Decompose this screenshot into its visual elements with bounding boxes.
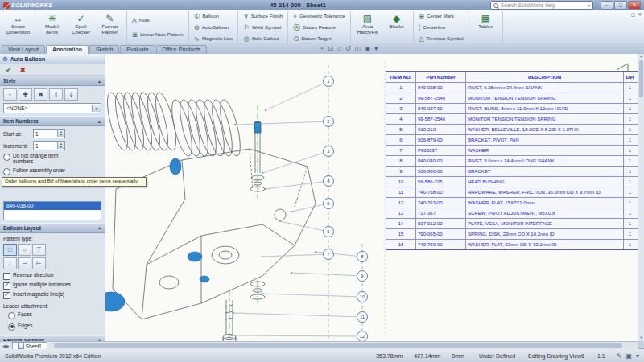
ribbon-button[interactable]: ↔Smart Dimension [4,11,32,44]
list-item[interactable]: 840-038-00 [4,202,101,210]
ribbon-button[interactable]: ¦Centerline [416,23,466,33]
ribbon-button[interactable]: ⊕Center Mark [416,11,466,22]
sheet-tab[interactable]: Sheet1 [12,342,47,349]
view-tool-icon[interactable]: ↺ [345,45,351,52]
bom-row[interactable]: 11 740-768-00 HARDWARE, WASHER, FRICTION… [386,187,638,197]
scroll-up-icon[interactable]: ▲ [638,54,644,60]
ribbon-button[interactable]: ≣Linear Note Pattern [130,30,186,40]
ribbon-button[interactable]: ▨Area Hatch/Fill [353,11,382,44]
pattern-type-button[interactable]: ⊢ [32,257,46,269]
sheet-nav-arrow[interactable]: ◀ [2,343,6,348]
ribbon-button[interactable]: ANote [130,15,186,26]
view-tool-icon[interactable]: ▾ [374,45,378,52]
ribbon-tab[interactable]: Office Products [156,45,208,54]
section-title: Balloon Layout [3,225,41,231]
layout-checkbox[interactable]: Reverse direction [3,272,101,280]
tension-spring-left[interactable] [105,91,180,152]
bom-row[interactable]: 5 910-210 WASHER, BELLEVILLE, 18.0OD X 8… [386,124,638,134]
bom-row[interactable]: 9 506-886-00 BRACKET 1 [386,166,638,176]
bom-row[interactable]: 6 506-879-00 BRACKET, PIVOT, PAN 1 [386,134,638,145]
tension-spring-right[interactable] [168,98,245,158]
ribbon-button[interactable]: ✓Spell Checker [67,11,95,44]
ribbon-button[interactable]: ▦Tables [472,11,500,44]
ribbon-tab[interactable]: View Layout [2,45,45,54]
vertical-scroll-thumb[interactable] [639,60,643,97]
bom-row[interactable]: 10 56-586-225 HEAD BUSHING 1 [386,176,638,187]
bom-row[interactable]: 8 840-040-00 RIVET, 9.6mm x 14.4mm LONG … [386,155,638,166]
search-box[interactable]: Search SolidWorks Help ▾ [490,1,593,10]
style-button[interactable]: ⇑ [49,88,63,101]
status-icon[interactable]: ✎ [617,352,622,360]
document-window-button[interactable]: ✕ [638,11,642,17]
status-icon[interactable]: ▾ [636,352,639,360]
bom-table[interactable]: ITEM NO. Part Number DESCRIPTION Def 1 8… [386,71,638,250]
bom-row[interactable]: 4 99-587-2546 MONITOR TENSION TENSION SP… [386,113,638,124]
window-button[interactable]: – [601,1,613,10]
item-number-option[interactable]: Do not change item numbers [3,153,101,165]
spinner-icon[interactable]: ▲▼ [57,142,64,149]
bom-row[interactable]: 16 740-769-00 WASHER, FLAT, 23mm OD X 10… [386,239,638,249]
ribbon-button[interactable]: ⒶDatum Feature [291,23,348,33]
section-style-header[interactable]: Style ▲ [0,76,105,86]
style-button[interactable]: ▫ [3,88,17,101]
ribbon-tab[interactable]: Sketch [89,45,119,54]
style-dropdown[interactable]: <NONE> ▼ [3,103,101,113]
start-at-input[interactable]: 1 ▲▼ [33,129,65,138]
ribbon-tab[interactable]: Annotation [46,45,89,54]
bom-row[interactable]: 7 P000037 WASHER 1 [386,145,638,155]
style-button[interactable]: ⇓ [64,88,78,101]
leader-attachment-option[interactable]: Edges [8,323,101,331]
search-dropdown-icon[interactable]: ▾ [588,3,590,8]
ribbon-button[interactable]: ⊚AutoBalloon [192,23,236,33]
bom-row[interactable]: 13 717-367 SCREW, PIVOT ADJUSTMENT, M5X0… [386,208,638,218]
cancel-button[interactable]: ✖ [20,66,27,74]
ok-button[interactable]: ✔ [6,66,12,74]
increment-input[interactable]: 1 ▲▼ [33,141,65,150]
sheet-nav-arrow[interactable]: ▶ [6,343,10,348]
document-window-button[interactable]: – [626,11,629,17]
layout-checkbox[interactable]: Ignore multiple instances [3,282,101,290]
ribbon-button[interactable]: ⚐Weld Symbol [241,23,285,33]
horizontal-scroll-thumb[interactable] [54,343,622,348]
style-button[interactable]: ✖ [34,88,47,101]
ribbon-button[interactable]: ◆Blocks [382,11,411,44]
edit-balloons-list[interactable]: 840-038-00 [3,201,101,220]
bom-row[interactable]: 2 99-587-2546 MONITOR TENSION TENSION SP… [386,93,638,103]
ribbon-button[interactable]: ①Balloon [192,11,236,22]
section-balloon-layout-header[interactable]: Balloon Layout ▲ [0,223,105,233]
bom-row[interactable]: 12 740-763-00 WASHER, FLAT, 15X7X1.0mm 1 [386,197,638,208]
pattern-type-button[interactable]: ⊤ [32,244,46,256]
view-tool-icon[interactable]: ⊡ [328,45,333,52]
bom-row[interactable]: 3 840-037-00 RIVET, BLIND, 8mm x 11.3mm … [386,103,638,113]
view-tool-icon[interactable]: ◉ [365,45,370,52]
ribbon-button[interactable]: ∨Surface Finish [241,11,285,22]
document-window-button[interactable]: ◻ [631,11,635,17]
coordinate-value: 353.78mm [376,353,402,359]
view-tool-icon[interactable]: ⌂ [337,45,341,52]
window-button[interactable]: ✕ [628,1,641,10]
pattern-type-button[interactable]: ○ [18,244,31,256]
status-icon[interactable]: ▣ [625,352,632,360]
layout-checkbox[interactable]: Insert magnetic line(s) [3,291,101,299]
ribbon-button[interactable]: ✳Model Items [38,11,66,44]
vertical-scrollbar[interactable]: ▲ ▼ [638,54,644,341]
ribbon-button[interactable]: ✎Format Painter [96,11,124,44]
window-button[interactable]: ◻ [614,1,627,10]
bom-row[interactable]: 14 507-012-00 PLATE, VESA, MONITOR INTER… [386,218,638,228]
bom-row[interactable]: 1 840-038-00 RIVET, 6.35mm x 34.4mm SHAN… [386,82,638,93]
pattern-type-button[interactable]: □ [3,244,17,256]
style-button[interactable]: ✚ [19,88,32,101]
ribbon-tab[interactable]: Evaluate [120,45,155,54]
ribbon-button[interactable]: ⌖Geometric Tolerance [291,11,348,22]
view-tool-icon[interactable]: ◫ [355,45,361,52]
scroll-down-icon[interactable]: ▼ [638,335,644,341]
bom-row[interactable]: 15 790-065-00 SPRING, DISK, 23mm OD X 10… [386,228,638,239]
view-tool-icon[interactable]: ⌕ [320,44,324,52]
section-item-numbers-header[interactable]: Item Numbers ▲ [0,116,105,126]
bracket-body[interactable] [113,149,316,319]
item-number-option[interactable]: Follow assembly order [3,167,101,175]
pattern-type-button[interactable]: ⊣ [18,257,31,269]
spinner-icon[interactable]: ▲▼ [57,130,64,137]
leader-attachment-option[interactable]: Faces [8,311,101,319]
pattern-type-button[interactable]: ⊥ [3,257,17,269]
